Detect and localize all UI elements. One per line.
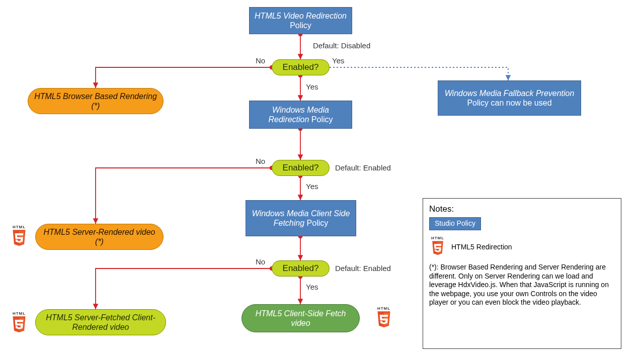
label-no-3: No bbox=[256, 257, 265, 266]
decision-enabled-1: Enabled? bbox=[272, 59, 330, 75]
outcome-server-fetched-client-rendered: HTML5 Server-Fetched Client-Rendered vid… bbox=[35, 309, 166, 335]
html5-icon: HTML bbox=[10, 225, 28, 249]
label-yes-2: Yes bbox=[306, 182, 318, 191]
label-default-enabled-2: Default: Enabled bbox=[335, 163, 391, 172]
html5-icon: HTML bbox=[429, 236, 446, 258]
label-no-2: No bbox=[256, 157, 265, 165]
outcome-client-side-fetch: HTML5 Client-Side Fetch video bbox=[242, 304, 360, 332]
label-yes-3: Yes bbox=[306, 283, 318, 291]
decision-enabled-2: Enabled? bbox=[272, 160, 330, 176]
decision-enabled-3: Enabled? bbox=[272, 260, 330, 277]
html5-icon: HTML bbox=[375, 307, 393, 330]
label-yes-1-side: Yes bbox=[332, 56, 344, 65]
label-default-disabled: Default: Disabled bbox=[313, 41, 370, 50]
label-no-1: No bbox=[256, 56, 265, 65]
notes-heading: Notes: bbox=[429, 204, 615, 214]
legend-html5-redirection: HTML5 Redirection bbox=[451, 243, 512, 252]
policy-client-side-fetching: Windows Media Client Side Fetching Polic… bbox=[246, 200, 356, 236]
outcome-browser-based-rendering: HTML5 Browser Based Rendering (*) bbox=[28, 88, 164, 114]
policy-windows-media-redirection: Windows Media Redirection Policy bbox=[249, 101, 352, 129]
legend-studio-policy: Studio Policy bbox=[429, 217, 481, 230]
policy-fallback-prevention: Windows Media Fallback Prevention Policy… bbox=[438, 80, 581, 116]
notes-footnote: (*): Browser Based Rendering and Server … bbox=[429, 263, 615, 307]
notes-box: Notes: Studio Policy HTML HTML5 Redirect… bbox=[423, 198, 621, 349]
label-yes-1-down: Yes bbox=[306, 82, 318, 91]
html5-icon: HTML bbox=[10, 312, 28, 335]
policy-html5-video-redirection: HTML5 Video Redirection Policy bbox=[249, 7, 352, 34]
label-default-enabled-3: Default: Enabled bbox=[335, 264, 391, 273]
outcome-server-rendered: HTML5 Server-Rendered video (*) bbox=[35, 224, 164, 250]
